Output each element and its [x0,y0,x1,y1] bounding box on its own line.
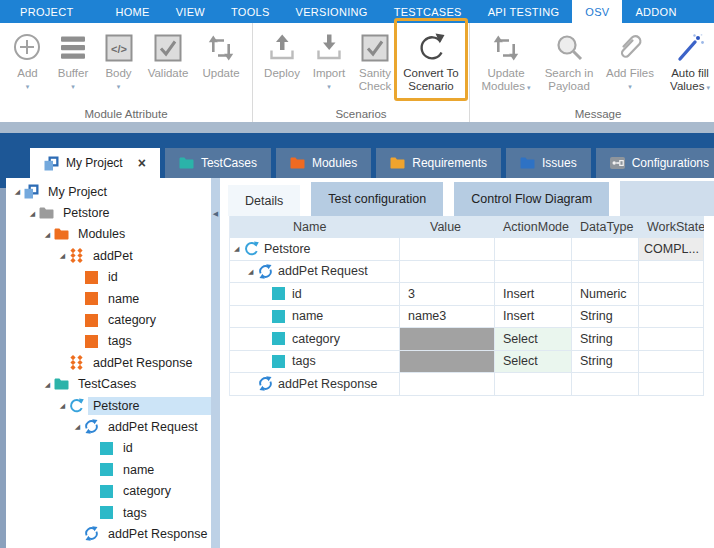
body-button[interactable]: </>Body▾ [96,28,141,90]
grid-workstate-cell[interactable] [639,328,704,350]
menu-item-tools[interactable]: TOOLS [218,0,283,23]
menu-item-addon[interactable]: ADDON [622,0,689,23]
dropdown-caret-icon[interactable]: ▾ [26,83,30,90]
panel-splitter[interactable]: ◀ [211,178,220,548]
convert-to-scenario-button[interactable]: Convert To Scenario [398,28,464,93]
document-tab-modules[interactable]: Modules [276,148,371,178]
grid-actionmode-cell[interactable]: Insert [495,283,572,305]
tree-item-addpet-response[interactable]: addPet Response [6,523,211,544]
tree-item-category[interactable]: category [6,480,211,501]
grid-value-cell[interactable]: 3 [400,283,495,305]
add-button[interactable]: Add▾ [5,28,50,90]
expander-icon[interactable]: ◢ [248,268,258,275]
update-modules-button[interactable]: Update Modules▾ [475,28,537,93]
expander-icon[interactable]: ◢ [57,252,68,259]
column-header-workstate[interactable]: WorkState [639,220,704,234]
grid-value-cell[interactable] [400,328,495,350]
auto-fill-values-button[interactable]: Auto fill Values▾ [659,28,714,93]
tree-item-category[interactable]: category [6,309,211,330]
dropdown-caret-icon[interactable]: ▾ [628,83,632,90]
column-header-datatype[interactable]: DataType [572,220,639,234]
grid-workstate-cell[interactable] [639,351,704,373]
tab-test-configuration[interactable]: Test configuration [311,182,443,216]
tab-control-flow-diagram[interactable]: Control Flow Diagram [454,182,609,216]
grid-name-cell[interactable]: ◢addPet Request [230,261,400,283]
grid-datatype-cell[interactable] [572,261,639,283]
grid-actionmode-cell[interactable] [495,373,572,395]
import-button[interactable]: Import▾ [306,28,352,90]
collapse-arrow-icon[interactable]: ◀ [213,210,218,217]
close-icon[interactable]: × [138,156,146,170]
expander-icon[interactable]: ◢ [12,188,23,195]
grid-datatype-cell[interactable] [572,373,639,395]
menu-item-view[interactable]: VIEW [163,0,218,23]
expander-icon[interactable]: ◢ [42,231,53,238]
column-header-name[interactable]: Name [230,220,400,234]
tab-details[interactable]: Details [228,185,300,216]
document-tab-issues[interactable]: Issues [506,148,591,178]
document-tab-my-project[interactable]: My Project× [30,148,160,178]
column-header-actionmode[interactable]: ActionMode [495,220,572,234]
menu-item-project[interactable]: PROJECT [9,0,84,23]
dropdown-caret-icon[interactable]: ▾ [527,84,531,91]
grid-value-cell[interactable] [400,261,495,283]
grid-actionmode-cell[interactable]: Select [495,328,572,350]
menu-item-versioning[interactable]: VERSIONING [283,0,381,23]
grid-name-cell[interactable]: addPet Response [230,373,400,395]
expander-icon[interactable]: ◢ [57,402,68,409]
grid-datatype-cell[interactable]: String [572,306,639,328]
grid-value-cell[interactable]: name3 [400,306,495,328]
grid-workstate-cell[interactable] [639,306,704,328]
grid-value-cell[interactable] [400,351,495,373]
tree-item-name[interactable]: name [6,288,211,309]
grid-datatype-cell[interactable]: String [572,328,639,350]
grid-value-cell[interactable] [400,373,495,395]
grid-workstate-cell[interactable] [639,261,704,283]
grid-name-cell[interactable]: id [230,283,400,305]
tree-item-id[interactable]: id [6,267,211,288]
grid-workstate-cell[interactable]: COMPL... [639,238,704,260]
tree-item-name[interactable]: name [6,459,211,480]
grid-actionmode-cell[interactable]: Insert [495,306,572,328]
sanity-check-button[interactable]: Sanity Check [352,28,398,93]
tree-item-petstore[interactable]: ◢Petstore [6,395,211,416]
expander-icon[interactable]: ◢ [234,245,244,252]
grid-datatype-cell[interactable] [572,238,639,260]
expander-icon[interactable]: ◢ [27,210,38,217]
tree-item-addpet-response[interactable]: addPet Response [6,352,211,373]
add-files-button[interactable]: Add Files▾ [601,28,659,90]
grid-value-cell[interactable] [400,238,495,260]
grid-name-cell[interactable]: tags [230,351,400,373]
deploy-button[interactable]: Deploy [258,28,306,80]
tree-item-petstore[interactable]: ◢Petstore [6,202,211,223]
tree-item-addpet[interactable]: ◢addPet [6,245,211,266]
dropdown-caret-icon[interactable]: ▾ [117,83,121,90]
grid-actionmode-cell[interactable]: Select [495,351,572,373]
dropdown-caret-icon[interactable]: ▾ [71,83,75,90]
tree-item-my-project[interactable]: ◢My Project [6,181,211,202]
tree-item-testcases[interactable]: ◢TestCases [6,374,211,395]
tree-item-id[interactable]: id [6,438,211,459]
grid-datatype-cell[interactable]: String [572,351,639,373]
tree-item-tags[interactable]: tags [6,502,211,523]
grid-name-cell[interactable]: ◢Petstore [230,238,400,260]
grid-workstate-cell[interactable] [639,283,704,305]
update-button[interactable]: Update [195,28,247,80]
document-tab-testcases[interactable]: TestCases [165,148,271,178]
tree-item-modules[interactable]: ◢Modules [6,224,211,245]
document-tab-configurations[interactable]: Configurations [596,148,714,178]
grid-name-cell[interactable]: name [230,306,400,328]
document-tab-requirements[interactable]: Requirements [376,148,501,178]
menu-item-home[interactable]: HOME [102,0,162,23]
expander-icon[interactable]: ◢ [42,381,53,388]
validate-button[interactable]: Validate [141,28,195,80]
menu-item-osv[interactable]: OSV [572,0,622,23]
tree-item-tags[interactable]: tags [6,331,211,352]
dropdown-caret-icon[interactable]: ▾ [706,84,710,91]
grid-actionmode-cell[interactable] [495,261,572,283]
grid-actionmode-cell[interactable] [495,238,572,260]
tree-item-addpet-request[interactable]: ◢addPet Request [6,416,211,437]
menu-item-api-testing[interactable]: API TESTING [475,0,573,23]
column-header-value[interactable]: Value [400,220,495,234]
grid-workstate-cell[interactable] [639,373,704,395]
